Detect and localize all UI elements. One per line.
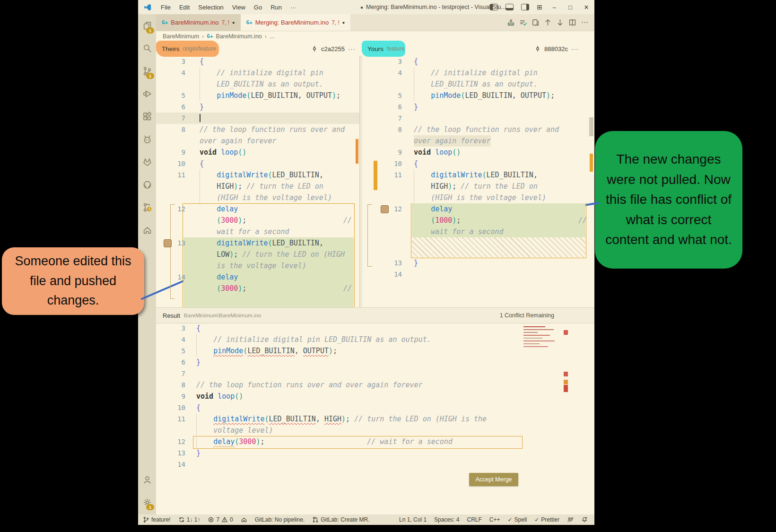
code-line[interactable]: (3000);//: [156, 283, 359, 294]
code-line[interactable]: 3{: [156, 323, 591, 334]
code-line[interactable]: (HIGH is the voltage level): [362, 192, 594, 203]
menu-edit[interactable]: Edit: [175, 4, 194, 11]
code-line[interactable]: 7: [156, 113, 359, 124]
code-line[interactable]: LED_BUILTIN as an output.: [362, 78, 594, 90]
settings-gear-icon[interactable]: 1: [138, 491, 156, 514]
customize-layout-icon[interactable]: ⊞: [537, 3, 542, 11]
menu-selection[interactable]: Selection: [194, 4, 227, 11]
code-line[interactable]: 8// the loop function runs over and: [156, 124, 359, 135]
code-line[interactable]: 7: [156, 368, 591, 379]
prettier-status[interactable]: ✓ Prettier: [534, 516, 559, 523]
code-line[interactable]: 8// the loop function runs over and: [362, 124, 594, 135]
code-line[interactable]: HIGH); // turn the LED on: [156, 181, 359, 192]
maximize-button[interactable]: □: [562, 4, 578, 11]
indentation[interactable]: Spaces: 4: [434, 516, 459, 523]
eol-sequence[interactable]: CRLF: [467, 516, 481, 523]
code-line[interactable]: 13 digitalWrite(LED_BUILTIN,: [156, 237, 359, 249]
code-line[interactable]: 12 delay(3000); // wait for a second: [156, 436, 591, 447]
sync-status[interactable]: 1↓ 1↑: [178, 516, 201, 523]
yours-editor[interactable]: 3{4 // initialize digital pin LED_BUILTI…: [362, 56, 594, 307]
gitlab-pipeline-status[interactable]: GitLab: No pipeline.: [255, 516, 305, 523]
code-line[interactable]: 5 pinMode(LED_BUILTIN, OUTPUT);: [156, 90, 359, 101]
code-line[interactable]: (1000);//: [362, 215, 594, 226]
complete-merge-icon[interactable]: [519, 18, 527, 26]
tab-bareminimum[interactable]: G+ BareMinimum.ino 7, ! ●: [156, 14, 241, 31]
explorer-icon[interactable]: 1: [138, 14, 156, 37]
language-mode[interactable]: C++: [489, 516, 500, 523]
code-line[interactable]: 5 pinMode(LED_BUILTIN, OUTPUT);: [156, 345, 591, 357]
more-actions-icon[interactable]: ···: [571, 45, 579, 52]
code-line[interactable]: 9void loop(): [156, 147, 359, 158]
menu-[interactable]: ···: [286, 4, 301, 11]
close-button[interactable]: ✕: [578, 4, 594, 11]
open-file-icon[interactable]: [532, 18, 540, 26]
code-line[interactable]: wait for a second: [362, 226, 594, 237]
code-line[interactable]: 11 digitalWrite(LED_BUILTIN,: [156, 169, 359, 181]
cursor-position[interactable]: Ln 1, Col 1: [399, 516, 427, 523]
code-line[interactable]: is the voltage level): [156, 260, 359, 271]
code-line[interactable]: 6}: [156, 101, 359, 113]
platformio-icon[interactable]: [138, 128, 156, 150]
code-line[interactable]: 14: [156, 459, 591, 470]
code-line[interactable]: 14 delay: [156, 271, 359, 283]
dirty-dot-icon[interactable]: ●: [232, 20, 235, 25]
code-line[interactable]: over again forever: [156, 135, 359, 147]
source-control-icon[interactable]: 1: [138, 60, 156, 82]
next-conflict-icon[interactable]: [556, 18, 564, 26]
breadcrumb[interactable]: BareMinimum › G+ BareMinimum.ino › ...: [163, 31, 274, 42]
notifications-bell-icon[interactable]: [581, 516, 588, 523]
gitlab-icon[interactable]: [138, 150, 156, 173]
run-debug-icon[interactable]: [138, 82, 156, 105]
code-line[interactable]: 13}: [362, 257, 594, 269]
menu-go[interactable]: Go: [250, 4, 266, 11]
yours-commit[interactable]: 888032c ···: [534, 42, 579, 56]
code-line[interactable]: (HIGH is the voltage level): [156, 192, 359, 203]
github-icon[interactable]: [138, 173, 156, 196]
tab-merging-bareminimum[interactable]: G+ Merging: BareMinimum.ino 7, ! ●: [241, 14, 351, 31]
code-line[interactable]: 3{: [362, 56, 594, 67]
problems-status[interactable]: 7 0: [208, 516, 233, 523]
code-line[interactable]: 10{: [156, 158, 359, 169]
code-line[interactable]: 12 delay: [156, 203, 359, 215]
code-line[interactable]: HIGH); // turn the LED on: [362, 181, 594, 192]
account-icon[interactable]: [138, 468, 156, 491]
code-line[interactable]: 4 // initialize digital pin: [362, 67, 594, 78]
remote-home-icon[interactable]: [138, 218, 156, 241]
code-line[interactable]: 4 // initialize digital pin: [156, 67, 359, 78]
code-line[interactable]: (3000);//: [156, 215, 359, 226]
code-line[interactable]: over again forever: [362, 135, 594, 147]
code-line[interactable]: 11 digitalWrite(LED_BUILTIN, HIGH); // t…: [156, 413, 591, 425]
code-line[interactable]: LED_BUILTIN as an output.: [156, 78, 359, 90]
code-line[interactable]: 8// the loop function runs over and over…: [156, 379, 591, 391]
merge-tray-icon[interactable]: [507, 18, 515, 26]
code-line[interactable]: 7: [362, 113, 594, 124]
toggle-secondary-sidebar-icon[interactable]: [521, 4, 529, 10]
accept-merge-button[interactable]: Accept Merge: [469, 473, 518, 486]
git-history-icon[interactable]: [138, 196, 156, 218]
code-line[interactable]: voltage level): [156, 425, 591, 436]
menu-view[interactable]: View: [228, 4, 250, 11]
code-line[interactable]: 10{: [362, 158, 594, 169]
more-actions-icon[interactable]: [581, 18, 589, 26]
result-editor[interactable]: 3{4 // initialize digital pin LED_BUILTI…: [156, 323, 591, 513]
more-actions-icon[interactable]: ···: [348, 45, 356, 52]
code-line[interactable]: 6}: [156, 357, 591, 368]
search-icon[interactable]: [138, 37, 156, 60]
toggle-panel-icon[interactable]: [506, 4, 514, 10]
conflict-checkbox[interactable]: [164, 239, 172, 247]
split-editor-icon[interactable]: [568, 18, 576, 26]
feedback-icon[interactable]: [567, 516, 574, 523]
spell-checker-status[interactable]: ✓ Spell: [508, 516, 527, 523]
theirs-editor[interactable]: 3{4 // initialize digital pin LED_BUILTI…: [156, 56, 359, 307]
conflict-checkbox[interactable]: [381, 205, 389, 213]
code-line[interactable]: LOW); // turn the LED on (HIGH: [156, 249, 359, 260]
code-line[interactable]: 11 digitalWrite(LED_BUILTIN,: [362, 169, 594, 181]
code-line[interactable]: 5 pinMode(LED_BUILTIN, OUTPUT);: [362, 90, 594, 101]
code-line[interactable]: 12 delay: [362, 203, 594, 215]
extensions-icon[interactable]: [138, 105, 156, 128]
code-line[interactable]: 9void loop(): [362, 147, 594, 158]
previous-conflict-icon[interactable]: [544, 18, 552, 26]
code-line[interactable]: 6}: [362, 101, 594, 113]
code-line[interactable]: 10{: [156, 402, 591, 413]
code-line[interactable]: 3{: [156, 56, 359, 67]
